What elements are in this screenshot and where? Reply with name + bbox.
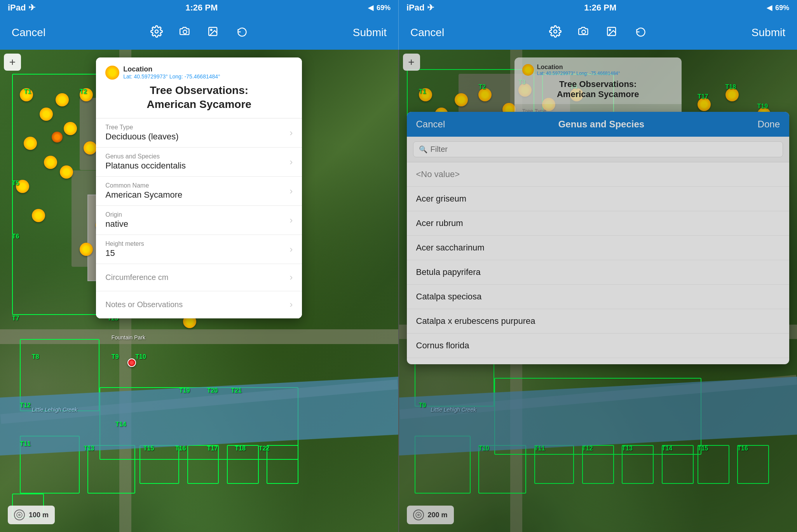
undo-button-left[interactable] <box>236 26 248 40</box>
nav-right: Cancel <box>399 16 797 50</box>
tree-label-right-t10: T10 <box>478 445 489 452</box>
location-label: Location <box>123 65 220 73</box>
tree-label-t2: T2 <box>80 88 87 95</box>
common-name-row[interactable]: Common Name American Sycamore › <box>96 177 302 206</box>
scale-text-right: 200 m <box>428 511 448 519</box>
dropdown-filter-section: 🔍 <box>407 137 790 162</box>
status-icons-right: ◀ 69% <box>767 3 789 12</box>
svg-point-3 <box>210 29 212 31</box>
common-name-content: Common Name American Sycamore <box>105 182 286 200</box>
tree-label-right-t11: T11 <box>534 445 545 452</box>
tree-type-content: Tree Type Deciduous (leaves) <box>105 124 286 142</box>
compass-icon-left <box>14 509 25 520</box>
nav-icons-left <box>150 25 248 40</box>
tree-label-t12: T12 <box>20 402 31 409</box>
dropdown-item-acer-griseum[interactable]: Acer griseum <box>407 187 790 211</box>
settings-button-left[interactable] <box>150 25 163 40</box>
nav-bar: Cancel <box>0 16 797 50</box>
photo-library-button-right[interactable] <box>606 26 619 40</box>
carrier-right: iPad ✈ <box>406 3 434 13</box>
form-title-right-dim: Tree Observations:American Sycamore <box>522 79 674 99</box>
dropdown-item-acer-rubrum[interactable]: Acer rubrum <box>407 211 790 236</box>
tree-label-right-t15: T15 <box>698 445 708 452</box>
tree-label-right-t1: T1 <box>419 88 426 95</box>
photo-library-button-left[interactable] <box>207 26 220 40</box>
cancel-button-left[interactable]: Cancel <box>12 26 45 39</box>
tree-label-t18: T18 <box>235 445 246 452</box>
tree-label-t9: T9 <box>112 353 119 360</box>
tree-label-t11: T11 <box>20 440 31 447</box>
add-button-left[interactable]: + <box>4 54 21 71</box>
settings-button-right[interactable] <box>549 25 562 40</box>
main-area: Little Lehigh Creek Fountain Park <box>0 50 797 532</box>
park-label: Fountain Park <box>112 334 145 341</box>
circumference-content: Circumference cm <box>105 273 286 282</box>
circumference-row[interactable]: Circumference cm › <box>96 264 302 291</box>
camera-button-right[interactable] <box>577 26 590 40</box>
height-row[interactable]: Height meters 15 › <box>96 235 302 264</box>
notes-row[interactable]: Notes or Observations › <box>96 291 302 318</box>
tree-label-right-t9: T9 <box>419 402 426 409</box>
map-right[interactable]: Little Lehigh Creek Fountain Park <box>399 50 797 532</box>
map-left[interactable]: Little Lehigh Creek Fountain Park <box>0 50 399 532</box>
dropdown-item-catalpa-speciosa[interactable]: Catalpa speciosa <box>407 285 790 309</box>
genus-species-row[interactable]: Genus and Species Platanus occidentalis … <box>96 148 302 177</box>
dropdown-item-catalpa-erubescens[interactable]: Catalpa x erubescens purpurea <box>407 309 790 334</box>
origin-row[interactable]: Origin native › <box>96 206 302 235</box>
tree-type-row[interactable]: Tree Type Deciduous (leaves) › <box>96 118 302 148</box>
svg-point-0 <box>155 30 158 33</box>
dropdown-item-cornus-kousa[interactable]: Cornus kousa <box>407 358 790 364</box>
chevron-icon-circumference: › <box>290 272 293 283</box>
tree-label-t19: T19 <box>179 387 190 394</box>
cancel-button-right[interactable]: Cancel <box>410 26 444 39</box>
filter-input[interactable] <box>431 145 778 154</box>
common-name-label: Common Name <box>105 182 286 189</box>
location-icon-left: ◀ <box>368 3 373 12</box>
tree-label-t7: T7 <box>12 315 19 322</box>
status-bar-right: iPad ✈ 1:26 PM ◀ 69% <box>399 0 797 16</box>
tree-label-t10: T10 <box>135 353 146 360</box>
submit-button-left[interactable]: Submit <box>353 26 387 39</box>
notes-label: Notes or Observations <box>105 300 286 309</box>
status-bar: iPad ✈ 1:26 PM ◀ 69% iPad ✈ 1:26 PM ◀ 69… <box>0 0 797 16</box>
tree-label-t14: T14 <box>115 421 126 428</box>
dropdown-cancel-button[interactable]: Cancel <box>416 119 445 130</box>
battery-right: 69% <box>775 4 789 12</box>
common-name-value: American Sycamore <box>105 190 286 200</box>
dropdown-item-no-value[interactable]: <No value> <box>407 162 790 187</box>
dropdown-item-betula-papyrifera[interactable]: Betula papyrifera <box>407 260 790 285</box>
svg-point-7 <box>609 29 610 31</box>
height-label: Height meters <box>105 240 286 247</box>
svg-point-4 <box>554 30 557 33</box>
svg-point-8 <box>17 512 22 518</box>
notes-content: Notes or Observations <box>105 300 286 309</box>
genus-species-value: Platanus occidentalis <box>105 161 286 171</box>
compass-icon-right <box>413 509 424 520</box>
time-right: 1:26 PM <box>584 3 616 13</box>
tree-label-right-t16: T16 <box>737 445 748 452</box>
undo-button-right[interactable] <box>635 26 647 40</box>
form-popup: Location Lat: 40.59729973° Long: -75.466… <box>96 57 302 318</box>
form-title: Tree Observations:American Sycamore <box>105 83 293 112</box>
dropdown-item-cornus-florida[interactable]: Cornus florida <box>407 334 790 358</box>
tree-label-right-t14: T14 <box>662 445 673 452</box>
location-icon <box>105 66 119 80</box>
svg-point-10 <box>416 512 421 518</box>
dropdown-item-acer-saccharinum[interactable]: Acer saccharinum <box>407 236 790 260</box>
dropdown-title: Genus and Species <box>558 119 644 130</box>
form-header: Location Lat: 40.59729973° Long: -75.466… <box>96 57 302 118</box>
tree-label-t22: T22 <box>259 445 270 452</box>
camera-button-left[interactable] <box>178 26 192 40</box>
carrier-left: iPad ✈ <box>8 3 35 13</box>
tree-label-right-t13: T13 <box>622 445 633 452</box>
dropdown-done-button[interactable]: Done <box>758 119 780 130</box>
tree-label-t1: T1 <box>24 88 31 95</box>
location-coords: Lat: 40.59729973° Long: -75.46681484° <box>123 73 220 80</box>
scale-text-left: 100 m <box>29 511 49 519</box>
location-text-block: Location Lat: 40.59729973° Long: -75.466… <box>123 65 220 80</box>
submit-button-right[interactable]: Submit <box>752 26 785 39</box>
add-button-right[interactable]: + <box>403 54 420 71</box>
location-label-right-dim: Location <box>537 64 620 71</box>
chevron-icon-notes: › <box>290 299 293 310</box>
time-left: 1:26 PM <box>185 3 218 13</box>
